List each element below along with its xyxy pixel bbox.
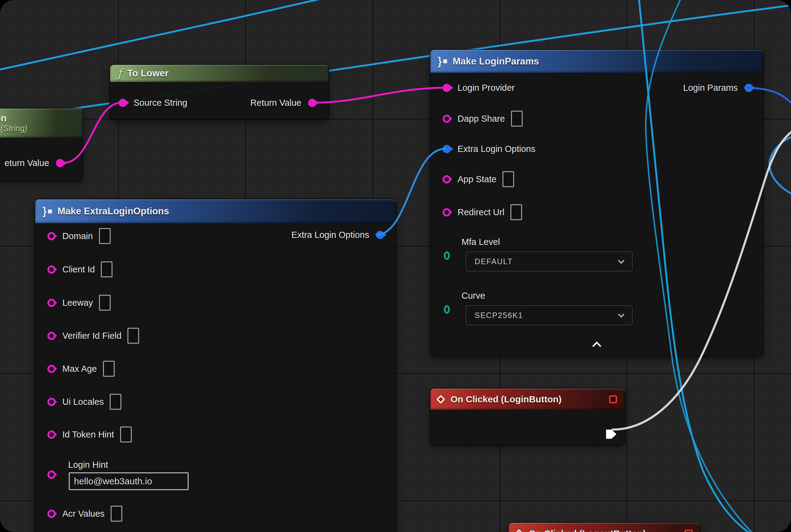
pin-label: Ui Locales	[62, 397, 103, 407]
pin-label: Leeway	[62, 298, 93, 308]
pin-label: Extra Login Options	[291, 230, 369, 240]
verifier-id-field-pin[interactable]	[47, 332, 56, 340]
blueprint-canvas[interactable]: ƒ To Lower Source String Return Value ti…	[0, 0, 791, 532]
node-title: Make LoginParams	[453, 56, 539, 67]
node-title: To Lower	[127, 68, 168, 79]
chevron-down-icon	[618, 311, 624, 317]
pin-label: Source String	[134, 98, 187, 108]
pin-label: Acr Values	[62, 509, 104, 519]
leeway-value-box[interactable]	[99, 295, 111, 311]
ui-locales-value-box[interactable]	[110, 394, 121, 410]
acr-values-value-box[interactable]	[111, 506, 122, 521]
client-id-value-box[interactable]	[101, 261, 113, 277]
dapp-share-value-box[interactable]	[511, 111, 523, 127]
id-token-hint-value-box[interactable]	[120, 426, 132, 442]
extra-login-options-input-pin[interactable]	[443, 145, 451, 153]
pin-label: Redirect Url	[458, 207, 504, 217]
mfa-level-dropdown[interactable]: DEFAULT	[465, 251, 633, 271]
curve-label: Curve	[462, 291, 485, 301]
node-partial-function[interactable]: tion ox (String) eturn Value	[0, 109, 82, 180]
extra-login-options-output-pin[interactable]	[376, 231, 384, 239]
node-on-clicked-logout-button[interactable]: On Clicked (LogoutButton)	[508, 523, 700, 532]
return-value-pin[interactable]	[308, 99, 316, 107]
pin-label: App State	[458, 174, 496, 184]
app-state-pin[interactable]	[443, 175, 451, 184]
pin-label: Return Value	[250, 98, 301, 108]
login-params-output-pin[interactable]	[745, 84, 753, 92]
max-age-pin[interactable]	[47, 365, 56, 373]
node-title: On Clicked (LogoutButton)	[529, 528, 646, 532]
pin-label: Login Provider	[458, 83, 515, 93]
pin-label: Extra Login Options	[458, 144, 536, 154]
curve-value: SECP256K1	[475, 311, 523, 320]
node-title: Make ExtraLoginOptions	[57, 206, 169, 217]
leeway-pin[interactable]	[47, 299, 56, 307]
node-make-extra-login-options[interactable]: } Make ExtraLoginOptions Extra Login Opt…	[35, 200, 396, 532]
login-provider-pin[interactable]	[443, 84, 451, 92]
max-age-value-box[interactable]	[103, 361, 115, 377]
node-subtitle-fragment: ox (String)	[0, 124, 27, 133]
domain-pin[interactable]	[47, 232, 56, 240]
make-struct-icon: }	[42, 205, 52, 218]
pin-label: Id Token Hint	[62, 430, 114, 440]
dapp-share-pin[interactable]	[443, 115, 451, 123]
id-token-hint-pin[interactable]	[47, 431, 56, 439]
pin-label: eturn Value	[5, 158, 49, 168]
event-icon	[437, 395, 445, 403]
client-id-pin[interactable]	[47, 265, 56, 274]
chevron-down-icon	[618, 257, 624, 264]
mfa-level-label: Mfa Level	[462, 237, 500, 247]
collapse-node-button[interactable]	[594, 341, 600, 348]
node-title: On Clicked (LoginButton)	[450, 394, 561, 404]
delegate-pin-icon[interactable]	[684, 530, 693, 532]
pin-label: Login Params	[683, 83, 738, 93]
verifier-id-field-value-box[interactable]	[128, 328, 139, 344]
make-struct-icon: }	[438, 55, 447, 68]
acr-values-pin[interactable]	[47, 510, 56, 518]
return-value-pin[interactable]	[56, 159, 64, 167]
event-icon	[515, 529, 523, 532]
login-hint-label: Login Hint	[68, 460, 108, 470]
app-state-value-box[interactable]	[502, 171, 514, 187]
pin-label: Verifier Id Field	[62, 331, 121, 341]
delegate-pin-icon[interactable]	[609, 395, 617, 403]
curve-dropdown[interactable]: SECP256K1	[465, 305, 633, 325]
node-to-lower[interactable]: ƒ To Lower Source String Return Value	[110, 65, 329, 119]
curve-pin[interactable]	[444, 305, 450, 314]
redirect-url-value-box[interactable]	[510, 204, 522, 220]
redirect-url-pin[interactable]	[443, 208, 451, 216]
exec-output-pin[interactable]	[606, 430, 616, 439]
pin-label: Domain	[62, 231, 93, 241]
login-hint-input[interactable]	[69, 472, 189, 490]
ui-locales-pin[interactable]	[47, 398, 56, 406]
mfa-level-pin[interactable]	[444, 251, 450, 260]
node-make-login-params[interactable]: } Make LoginParams Login Params Login Pr…	[430, 50, 763, 356]
node-on-clicked-login-button[interactable]: On Clicked (LoginButton)	[430, 388, 624, 445]
pin-label: Dapp Share	[458, 114, 505, 124]
pin-label: Client Id	[62, 264, 95, 274]
function-icon: ƒ	[117, 66, 122, 80]
mfa-level-value: DEFAULT	[475, 257, 513, 266]
domain-value-box[interactable]	[99, 228, 111, 244]
pin-label: Max Age	[62, 364, 97, 374]
source-string-pin[interactable]	[119, 99, 127, 107]
node-title-fragment: tion	[0, 113, 7, 124]
login-hint-pin[interactable]	[47, 471, 56, 479]
